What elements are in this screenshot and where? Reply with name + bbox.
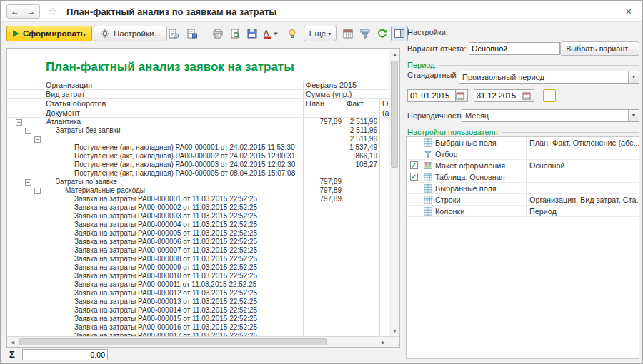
report-data-row[interactable]: Поступление (акт, накладная) РА00-000001…	[7, 143, 389, 152]
row-label-cell: Заявка на затраты РА00-000009 от 11.03.2…	[7, 263, 303, 272]
fact-cell: 2 511,96	[344, 135, 379, 143]
collapse-minus-icon[interactable]: −	[34, 188, 41, 194]
report-data-row[interactable]: Заявка на затраты РА00-000016 от 11.03.2…	[7, 323, 389, 332]
setting-checkbox[interactable]: ✓	[410, 161, 418, 169]
user-setting-row[interactable]: Отбор	[407, 148, 639, 160]
user-setting-row[interactable]: ✓Макет оформленияОсновной	[407, 160, 639, 171]
report-data-row[interactable]: Заявка на затраты РА00-000005 от 11.03.2…	[7, 229, 389, 238]
period-calendar-icon[interactable]	[339, 26, 357, 41]
report-group-row[interactable]: −Затраты по заявке797,89	[7, 178, 389, 186]
generate-label: Сформировать	[23, 29, 86, 38]
combo-arrow-icon[interactable]: ▼	[628, 110, 639, 121]
forward-button[interactable]: →	[23, 4, 40, 19]
report-data-row[interactable]: Поступление (акт, накладная) РА00-000005…	[7, 169, 389, 178]
report-group-row[interactable]: −2 511,96	[7, 135, 389, 143]
period-options-button[interactable]	[543, 89, 556, 102]
report-data-row[interactable]: Заявка на затраты РА00-000001 от 11.03.2…	[7, 195, 389, 203]
row-label-cell: Заявка на затраты РА00-000002 от 11.03.2…	[7, 203, 303, 212]
font-color-icon[interactable]: A	[261, 26, 281, 41]
report-data-row[interactable]: Заявка на затраты РА00-000014 от 11.03.2…	[7, 306, 389, 315]
user-setting-row[interactable]: СтрокиОрганизация, Вид затрат, Ста...	[407, 194, 639, 206]
refresh-icon[interactable]	[374, 26, 391, 41]
columns-icon	[421, 207, 435, 216]
user-setting-name: Выбранные поля	[435, 138, 526, 147]
report-header-row: Статья оборотов План Факт О	[7, 99, 389, 108]
scroll-down-icon[interactable]: ▼	[389, 325, 400, 336]
report-group-row[interactable]: −Затраты без заявки2 511,96	[7, 126, 389, 135]
report-data-row[interactable]: Заявка на затраты РА00-000002 от 11.03.2…	[7, 203, 389, 212]
print-preview-icon[interactable]	[226, 26, 244, 41]
report-data-row[interactable]: Заявка на затраты РА00-000008 от 11.03.2…	[7, 255, 389, 263]
periodicity-label: Периодичность:	[407, 111, 466, 120]
plan-cell	[303, 203, 344, 212]
collapse-minus-icon[interactable]: −	[25, 128, 31, 134]
row-label-cell: Заявка на затраты РА00-000014 от 11.03.2…	[7, 306, 303, 315]
printer-icon[interactable]	[209, 26, 226, 41]
close-button[interactable]: ×	[622, 5, 635, 17]
save-variant-icon[interactable]	[184, 26, 201, 41]
variant-input[interactable]	[469, 42, 560, 55]
user-setting-row[interactable]: КолонкиПериод	[407, 206, 639, 217]
report-data-row[interactable]: Поступление (акт, накладная) РА00-000003…	[7, 161, 389, 169]
fact-cell: 2 511,96	[344, 118, 379, 126]
favorite-star-icon[interactable]: ☆	[48, 5, 57, 18]
report-data-row[interactable]: Заявка на затраты РА00-000015 от 11.03.2…	[7, 315, 389, 323]
calendar-icon[interactable]	[456, 89, 468, 102]
highlight-lamp-icon[interactable]	[284, 26, 301, 41]
date-to-input[interactable]	[474, 89, 522, 102]
choose-variant-button[interactable]: Выбрать вариант...	[560, 41, 639, 56]
row-label: Заявка на затраты РА00-000014 от 11.03.2…	[74, 306, 257, 315]
report-data-row[interactable]: Заявка на затраты РА00-000013 от 11.03.2…	[7, 298, 389, 306]
scroll-up-icon[interactable]: ▲	[389, 49, 400, 59]
row-label-cell: −Атлантика	[7, 118, 303, 126]
user-settings-list: Выбранные поляПлан, Факт, Отклонение (аб…	[406, 136, 639, 359]
choose-variant-icon[interactable]	[165, 26, 182, 41]
collapse-minus-icon[interactable]: −	[16, 119, 22, 126]
user-setting-row[interactable]: Выбранные поля	[407, 183, 639, 194]
combo-arrow-icon[interactable]: ▼	[628, 71, 639, 83]
periodicity-value: Месяц	[465, 111, 489, 120]
deviation-cell	[379, 255, 389, 263]
calendar-icon[interactable]	[522, 89, 534, 102]
report-data-row[interactable]: Заявка на затраты РА00-000012 от 11.03.2…	[7, 289, 389, 298]
collapse-minus-icon[interactable]: −	[34, 136, 41, 143]
rows-icon	[421, 196, 435, 204]
horizontal-scrollbar[interactable]: ◀ ▶	[7, 336, 389, 347]
vertical-scroll-thumb[interactable]	[391, 61, 398, 168]
settings-button[interactable]: Настройки...	[94, 26, 167, 41]
user-setting-row[interactable]: Выбранные поляПлан, Факт, Отклонение (аб…	[407, 137, 639, 148]
report-data-row[interactable]: Заявка на затраты РА00-000003 от 11.03.2…	[7, 212, 389, 221]
date-from-input[interactable]	[407, 89, 456, 102]
scroll-right-icon[interactable]: ▶	[378, 337, 389, 348]
fact-cell	[344, 263, 379, 272]
report-data-row[interactable]: Заявка на затраты РА00-000006 от 11.03.2…	[7, 238, 389, 246]
vertical-scrollbar[interactable]: ▲ ▼	[389, 49, 399, 336]
generate-button[interactable]: Сформировать	[6, 26, 92, 41]
standard-variant-combo[interactable]: Произвольный период ▼	[459, 71, 639, 84]
report-data-row[interactable]: Заявка на затраты РА00-000009 от 11.03.2…	[7, 263, 389, 272]
report-data-row[interactable]: Заявка на затраты РА00-000007 от 11.03.2…	[7, 246, 389, 255]
collapse-minus-icon[interactable]: −	[25, 179, 31, 186]
row-label-cell: Заявка на затраты РА00-000011 от 11.03.2…	[7, 280, 303, 289]
report-group-row[interactable]: −Атлантика797,892 511,96	[7, 118, 389, 126]
user-setting-name: Строки	[435, 196, 526, 204]
user-setting-row[interactable]: ✓Таблица: Основная	[407, 171, 639, 183]
horizontal-scroll-thumb[interactable]	[19, 338, 327, 345]
more-button[interactable]: Еще ▾	[304, 26, 337, 41]
row-label-cell: Заявка на затраты РА00-000006 от 11.03.2…	[7, 238, 303, 246]
back-button[interactable]: ←	[6, 4, 24, 19]
report-data-row[interactable]: Заявка на затраты РА00-000004 от 11.03.2…	[7, 221, 389, 229]
report-data-row[interactable]: Заявка на затраты РА00-000011 от 11.03.2…	[7, 280, 389, 289]
user-setting-name: Колонки	[435, 207, 526, 216]
periodicity-combo[interactable]: Месяц ▼	[462, 109, 639, 122]
sum-total-field[interactable]	[22, 349, 108, 360]
report-group-row[interactable]: −Материальные расходы797,89	[7, 186, 389, 195]
header-label: Статья оборотов	[7, 99, 303, 108]
scroll-left-icon[interactable]: ◀	[7, 337, 18, 348]
filter-table-icon[interactable]	[357, 26, 374, 41]
setting-checkbox[interactable]: ✓	[410, 173, 418, 181]
report-data-row[interactable]: Заявка на затраты РА00-000010 от 11.03.2…	[7, 272, 389, 280]
plan-cell	[303, 306, 344, 315]
report-data-row[interactable]: Поступление (акт, накладная) РА00-000002…	[7, 152, 389, 161]
save-file-icon[interactable]	[244, 26, 261, 41]
